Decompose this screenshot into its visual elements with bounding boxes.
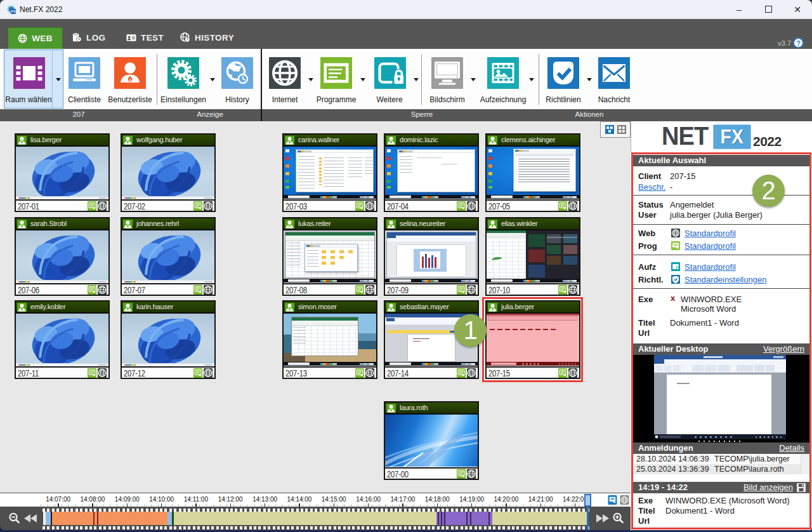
svg-text:FX: FX	[11, 10, 15, 13]
